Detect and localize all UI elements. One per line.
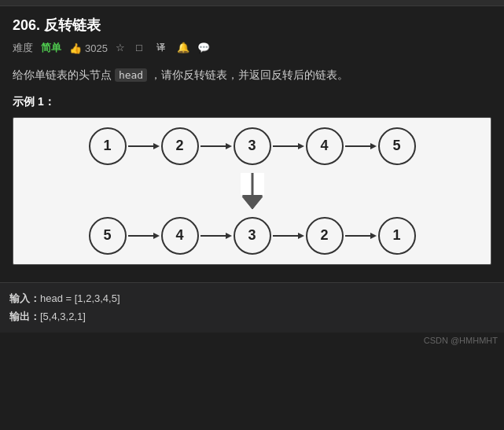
node-1-bottom: 1: [378, 217, 416, 255]
bell-icon[interactable]: 🔔: [177, 42, 189, 54]
svg-marker-12: [242, 197, 263, 209]
input-line: 输入：head = [1,2,3,4,5]: [9, 289, 495, 307]
arrow-4-5: [345, 138, 377, 154]
svg-marker-1: [153, 143, 160, 149]
problem-description: 给你单链表的头节点 head ，请你反转链表，并返回反转后的链表。: [13, 66, 491, 84]
arrow-4-3: [200, 228, 232, 244]
difficulty-value[interactable]: 简单: [41, 41, 61, 55]
node-2-bottom: 2: [306, 217, 344, 255]
node-5-bottom: 5: [89, 217, 127, 255]
thumb-up-icon: 👍: [69, 42, 82, 54]
node-2-top: 2: [161, 127, 199, 165]
desc-start: 给你单链表的头节点: [13, 68, 115, 81]
head-code: head: [115, 68, 147, 82]
example-label: 示例 1：: [13, 95, 491, 109]
node-1-top: 1: [89, 127, 127, 165]
svg-marker-18: [298, 233, 304, 239]
io-section: 输入：head = [1,2,3,4,5] 输出：[5,4,3,2,1]: [0, 282, 504, 333]
node-3-bottom: 3: [234, 217, 271, 255]
arrow-2-3: [200, 138, 232, 154]
input-label: 输入：: [9, 292, 40, 304]
output-value: [5,4,3,2,1]: [40, 311, 86, 322]
difficulty-label: 难度: [13, 41, 33, 55]
down-arrow-container: [233, 171, 272, 211]
output-label: 输出：: [9, 311, 40, 322]
svg-marker-20: [370, 233, 377, 239]
node-3-top: 3: [234, 127, 271, 165]
node-4-bottom: 4: [161, 217, 199, 255]
comment-icon[interactable]: 💬: [197, 42, 210, 54]
desc-end: ，请你反转链表，并返回反转后的链表。: [147, 68, 348, 81]
diagram-container: 1 2 3 4 5: [13, 117, 491, 265]
problem-number: 206.: [13, 17, 40, 33]
problem-title-text: 反转链表: [44, 17, 101, 33]
problem-title: 206. 反转链表: [13, 16, 491, 35]
svg-marker-7: [370, 143, 377, 149]
arrow-3-2: [273, 228, 304, 244]
watermark: CSDN @HMHMHT: [0, 333, 504, 348]
top-linked-list: 1 2 3 4 5: [89, 127, 416, 165]
star-icon[interactable]: ☆: [116, 42, 128, 54]
svg-marker-16: [226, 233, 232, 239]
input-value: head = [1,2,3,4,5]: [40, 292, 120, 304]
arrow-5-4: [128, 228, 160, 244]
svg-marker-5: [298, 143, 304, 149]
arrow-3-4: [273, 138, 304, 154]
likes-section[interactable]: 👍 3025: [69, 42, 108, 54]
svg-marker-3: [226, 143, 232, 149]
down-arrow-icon: [233, 171, 272, 211]
likes-count: 3025: [85, 42, 108, 54]
output-line: 输出：[5,4,3,2,1]: [9, 307, 495, 325]
copy-icon[interactable]: □: [136, 42, 149, 54]
svg-marker-14: [153, 233, 160, 239]
node-5-top: 5: [378, 127, 416, 165]
arrow-2-1: [345, 228, 377, 244]
arrow-1-2: [128, 138, 160, 154]
node-4-top: 4: [306, 127, 344, 165]
meta-row: 难度 简单 👍 3025 ☆ □ 译 🔔 💬: [13, 41, 491, 55]
bottom-linked-list: 5 4 3 2 1: [89, 217, 416, 255]
top-bar: [0, 0, 504, 6]
content-area: 206. 反转链表 难度 简单 👍 3025 ☆ □ 译 🔔 💬 给你单链表的头…: [0, 6, 504, 282]
translate-icon[interactable]: 译: [156, 42, 169, 54]
